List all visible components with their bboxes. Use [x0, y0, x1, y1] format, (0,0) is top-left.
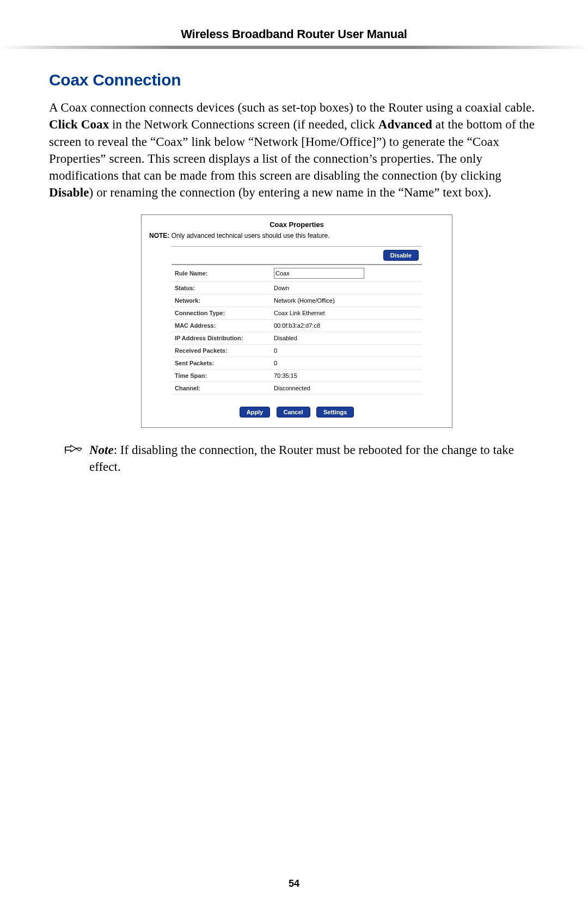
disable-button[interactable]: Disable: [383, 250, 419, 261]
network-label: Network:: [171, 294, 271, 306]
section-paragraph: A Coax connection connects devices (such…: [49, 99, 544, 201]
rule-name-cell: [271, 265, 422, 282]
ip-dist-label: IP Address Distribution:: [171, 332, 271, 344]
row-ip-dist: IP Address Distribution: Disabled: [171, 332, 422, 344]
apply-button[interactable]: Apply: [240, 407, 271, 418]
row-conn-type: Connection Type: Coax Link Ethernet: [171, 306, 422, 319]
mac-label: MAC Address:: [171, 319, 271, 332]
status-label: Status:: [171, 281, 271, 294]
row-channel: Channel: Disconnected: [171, 382, 422, 394]
row-sent: Sent Packets: 0: [171, 357, 422, 369]
screenshot-note: NOTE: Only advanced technical users shou…: [142, 231, 452, 246]
rule-name-input[interactable]: [274, 268, 364, 279]
note-label: Note: [89, 443, 114, 457]
row-rule-name: Rule Name:: [171, 265, 422, 282]
conn-type-value: Coax Link Ethernet: [271, 306, 422, 319]
status-value: Down: [271, 281, 422, 294]
conn-type-label: Connection Type:: [171, 306, 271, 319]
settings-button[interactable]: Settings: [316, 407, 354, 418]
time-value: 70:35:15: [271, 369, 422, 382]
row-recv: Received Packets: 0: [171, 344, 422, 357]
row-time: Time Span: 70:35:15: [171, 369, 422, 382]
row-mac: MAC Address: 00:0f:b3:a2:d7:c8: [171, 319, 422, 332]
para-disable: Disable: [49, 186, 89, 199]
rule-name-label: Rule Name:: [171, 265, 271, 282]
channel-value: Disconnected: [271, 382, 422, 394]
time-label: Time Span:: [171, 369, 271, 382]
cancel-button[interactable]: Cancel: [277, 407, 310, 418]
row-status: Status: Down: [171, 281, 422, 294]
recv-value: 0: [271, 344, 422, 357]
screenshot-button-row: Apply Cancel Settings: [142, 395, 452, 418]
channel-label: Channel:: [171, 382, 271, 394]
manual-header: Wireless Broadband Router User Manual: [0, 0, 588, 46]
screenshot-title: Coax Properties: [142, 215, 452, 231]
para-seg2: in the Network Connections screen (if ne…: [109, 118, 378, 131]
network-value: Network (Home/Office): [271, 294, 422, 306]
coax-properties-screenshot: Coax Properties NOTE: Only advanced tech…: [141, 214, 452, 428]
section-heading: Coax Connection: [49, 71, 544, 89]
ip-dist-value: Disabled: [271, 332, 422, 344]
mac-value: 00:0f:b3:a2:d7:c8: [271, 319, 422, 332]
sent-label: Sent Packets:: [171, 357, 271, 369]
sent-value: 0: [271, 357, 422, 369]
note-body: : If disabling the connection, the Route…: [89, 443, 514, 474]
para-advanced: Advanced: [378, 118, 432, 131]
page-number: 54: [0, 878, 588, 889]
row-network: Network: Network (Home/Office): [171, 294, 422, 306]
pointing-hand-icon: [64, 443, 86, 459]
para-seg1: A Coax connection connects devices (such…: [49, 101, 535, 114]
para-click-coax: Click Coax: [49, 118, 109, 131]
properties-table: Disable Rule Name: Status: Down Network:…: [171, 246, 422, 395]
note-text: Note: If disabling the connection, the R…: [89, 442, 544, 476]
para-seg4: ) or renaming the connection (by enterin…: [89, 186, 492, 199]
screenshot-note-prefix: NOTE:: [149, 232, 169, 240]
note-block: Note: If disabling the connection, the R…: [0, 428, 588, 476]
disable-row: Disable: [171, 246, 422, 265]
recv-label: Received Packets:: [171, 344, 271, 357]
screenshot-note-text: Only advanced technical users should use…: [169, 232, 329, 240]
page-content: Coax Connection A Coax connection connec…: [0, 49, 588, 428]
